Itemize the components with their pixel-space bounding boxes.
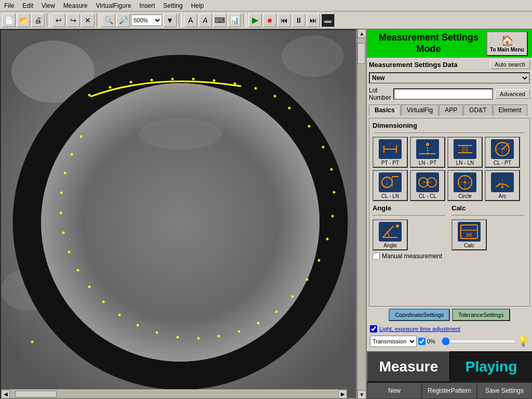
transmission-checkbox[interactable]	[418, 338, 425, 345]
menu-insert[interactable]: Insert	[135, 1, 159, 10]
tolerance-settings-button[interactable]: ToleranceSettings	[452, 309, 510, 321]
svg-point-80	[396, 224, 399, 228]
manual-label[interactable]: Manual measurement	[382, 252, 442, 260]
hscrollbar[interactable]: ◀ ▶	[1, 389, 347, 398]
angle-calc-row: Angle Angle	[373, 204, 526, 250]
step-back-button[interactable]: ⏮	[277, 14, 291, 27]
menu-virtualfigure[interactable]: VirtualFigure	[92, 1, 136, 10]
scroll-left-button[interactable]: ◀	[1, 390, 10, 398]
tool-arc[interactable]: Arc	[485, 170, 520, 201]
svg-point-10	[130, 81, 132, 84]
tool-angle[interactable]: Angle	[373, 219, 408, 250]
redo-button[interactable]: ↪	[66, 14, 80, 27]
tool-calc[interactable]: x± Calc	[451, 219, 487, 250]
vscroll-track	[357, 38, 366, 390]
tab-gdt[interactable]: GD&T	[463, 104, 492, 116]
tool-pt-pt[interactable]: ↕ PT - PT	[373, 137, 408, 168]
bottom-setting-buttons: CoordinateSettings ToleranceSettings	[369, 309, 530, 321]
register-pattern-button[interactable]: RegisterPattern	[422, 382, 477, 399]
zoom-in-button[interactable]: 🔍	[102, 14, 115, 27]
menu-edit[interactable]: Edit	[18, 1, 37, 10]
print-button[interactable]: 🖨	[31, 14, 45, 27]
menu-setting[interactable]: Setting	[159, 1, 187, 10]
dimensioning-title: Dimensioning	[373, 122, 417, 129]
tabs-row: Basics VirtualFig APP GD&T Element	[369, 104, 530, 116]
svg-point-44	[64, 172, 66, 175]
main-menu-button[interactable]: 🏠 To Main Menu	[486, 31, 528, 56]
record-button[interactable]: ▬	[321, 14, 335, 27]
open-button[interactable]: 📂	[17, 14, 30, 27]
tool-cl-cl[interactable]: CL - CL	[410, 170, 445, 201]
brightness-slider[interactable]	[442, 338, 516, 345]
light-checkbox[interactable]	[370, 325, 377, 332]
scroll-up-button[interactable]: ▲	[357, 29, 366, 38]
svg-point-31	[218, 335, 220, 338]
svg-point-35	[137, 324, 139, 327]
transmission-select[interactable]: Transmission Reflection	[370, 336, 417, 347]
delete-button[interactable]: ✕	[81, 14, 95, 27]
menu-view[interactable]: View	[37, 1, 59, 10]
lot-label: LotNumber	[369, 87, 391, 101]
hscroll-thumb[interactable]	[15, 391, 57, 397]
new-file-button[interactable]: 📄	[2, 14, 16, 27]
tab-basics[interactable]: Basics	[369, 104, 401, 116]
stop-button[interactable]: ■	[263, 14, 276, 27]
tool-ln-ln[interactable]: LN - LN	[447, 137, 483, 168]
arc-label: Arc	[499, 193, 507, 199]
tool-ln-pt[interactable]: LN - PT	[410, 137, 445, 168]
tool-circle[interactable]: Circle	[447, 170, 483, 201]
svg-point-20	[322, 146, 325, 149]
zoom-dropdown-button[interactable]: ▼	[163, 14, 177, 27]
tool-cl-pt[interactable]: CL - PT	[485, 137, 520, 168]
canvas-area[interactable]: ◀ ▶	[0, 29, 357, 399]
svg-point-18	[288, 107, 291, 110]
ln-ln-label: LN - LN	[456, 160, 474, 166]
svg-point-7	[139, 118, 222, 150]
svg-point-25	[318, 259, 321, 262]
tool-cl-ln[interactable]: CL - LN	[373, 170, 408, 201]
auto-search-button[interactable]: Auto search	[490, 60, 530, 69]
dropdown-row: New	[369, 72, 530, 84]
zoom-select[interactable]: 100% 200% 500% 1000%	[131, 15, 162, 26]
svg-point-43	[60, 192, 63, 194]
menu-file[interactable]: File	[0, 1, 18, 10]
step-fwd-button[interactable]: ⏭	[307, 14, 320, 27]
manual-checkbox[interactable]	[373, 252, 380, 260]
cl-pt-icon	[491, 139, 514, 159]
light-label[interactable]: Light, exposure time adjustment	[379, 326, 460, 332]
undo-button[interactable]: ↩	[52, 14, 65, 27]
sep1	[47, 14, 50, 27]
calc-icon: x±	[458, 222, 481, 242]
font-button[interactable]: A	[198, 14, 212, 27]
pt-pt-icon: ↕	[379, 139, 402, 159]
chart-button[interactable]: 📊	[228, 14, 241, 27]
measure-button[interactable]: Measure	[367, 351, 450, 382]
text-button[interactable]: A	[184, 14, 197, 27]
svg-point-29	[257, 322, 260, 325]
keyboard-button[interactable]: ⌨	[213, 14, 227, 27]
zoom-out-button[interactable]: 🔎	[116, 14, 130, 27]
scroll-right-button[interactable]: ▶	[338, 390, 347, 398]
svg-point-26	[306, 278, 309, 281]
scroll-down-button[interactable]: ▼	[357, 390, 366, 399]
vscroll-thumb[interactable]	[357, 43, 365, 64]
lot-number-input[interactable]	[393, 88, 493, 100]
save-settings-button[interactable]: Save Settings	[477, 382, 532, 399]
play-button[interactable]: ▶	[248, 14, 262, 27]
svg-text:x±: x±	[466, 232, 472, 237]
menu-measure[interactable]: Measure	[59, 1, 92, 10]
playing-button[interactable]: Playing	[450, 351, 532, 382]
coordinate-settings-button[interactable]: CoordinateSettings	[389, 309, 450, 321]
tab-virtualfig[interactable]: VirtualFig	[401, 104, 438, 116]
angle-tool-label: Angle	[383, 243, 397, 248]
tab-app[interactable]: APP	[439, 104, 463, 116]
advanced-button[interactable]: Advanced	[495, 89, 530, 99]
frame-button[interactable]: ⏸	[292, 14, 305, 27]
new-button[interactable]: New	[367, 382, 422, 399]
tab-content-basics: Dimensioning ↕	[369, 118, 530, 307]
hscroll-track	[10, 390, 338, 398]
dimensioning-tools-grid: ↕ PT - PT	[373, 137, 526, 201]
settings-select[interactable]: New	[369, 72, 530, 84]
menu-help[interactable]: Help	[187, 1, 208, 10]
tab-element[interactable]: Element	[493, 104, 527, 116]
